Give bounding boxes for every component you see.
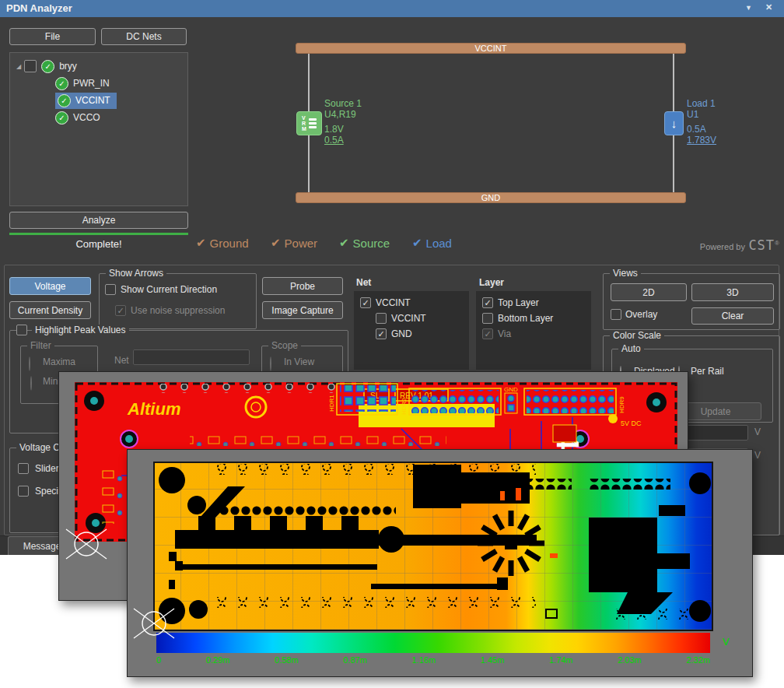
net-gnd-checkbox[interactable]: ✓ (376, 328, 387, 339)
dc-nets-button[interactable]: DC Nets (101, 28, 187, 45)
voltage-heatmap-image[interactable] (153, 462, 713, 631)
status-check-icon: ✓ (58, 94, 71, 107)
voltage-colorbar (156, 633, 710, 653)
specific-values-checkbox[interactable] (18, 486, 29, 497)
tree-row-pwrin[interactable]: ✓ PWR_IN (10, 75, 187, 92)
expander-icon[interactable]: ◢ (16, 63, 21, 70)
highlight-peak-checkbox[interactable] (16, 325, 27, 335)
maxima-radio (29, 356, 30, 371)
slider-checkbox[interactable] (18, 463, 29, 474)
load-voltage-link[interactable]: 1.783V (687, 135, 716, 146)
view-2d-button[interactable]: 2D (611, 283, 687, 301)
source-refdes: U4,R19 (324, 109, 362, 120)
clear-button[interactable]: Clear (691, 307, 774, 325)
top-layer-checkbox[interactable]: ✓ (482, 297, 493, 308)
net-list: ✓ VCCINT VCCINT ✓ GND (354, 291, 469, 370)
views-group: Views 2D 3D Overlay Clear (603, 273, 780, 330)
hdr2-label: HDR2 (401, 398, 408, 415)
probe-button[interactable]: Probe (262, 277, 343, 295)
highlight-net-field[interactable] (133, 349, 250, 365)
tree-item-label[interactable]: VCCINT (75, 95, 110, 106)
status-check-icon: ✓ (55, 111, 68, 125)
load-info: Load 1 U1 0.5A 1.783V (687, 98, 716, 146)
net-list-title: Net (356, 277, 371, 288)
show-current-direction-checkbox[interactable] (105, 284, 116, 295)
colorbar-labels: 0 0.29m 0.58m 0.87m 1.16m 1.45m 1.74m 2.… (156, 655, 710, 665)
scale-max-unit: V (754, 426, 761, 437)
load-icon[interactable]: ↓ (664, 111, 684, 135)
image-capture-button[interactable]: Image Capture (262, 301, 343, 319)
net-field-label: Net (114, 355, 129, 366)
via-checkbox: ✓ (482, 328, 493, 339)
selected-highlight: ✓ VCCINT (55, 93, 117, 109)
load-refdes: U1 (687, 109, 716, 120)
source-current-link[interactable]: 0.5A (324, 135, 362, 146)
layer-list-title: Layer (479, 277, 504, 288)
hdr1-label: HDR1 (328, 395, 335, 412)
overlay-checkbox[interactable] (611, 309, 621, 320)
scale-min-unit: V (754, 450, 761, 461)
check-icon: ✔ (412, 236, 422, 250)
analyze-button[interactable]: Analyze (9, 212, 188, 229)
current-density-mode-button[interactable]: Current Density (9, 301, 91, 319)
noise-suppression-checkbox: ✓ (115, 305, 126, 316)
load-name: Load 1 (687, 98, 716, 109)
vrm-source-icon[interactable]: VRM (296, 111, 322, 135)
probe-crosshair-icon (133, 602, 175, 644)
ground-rail-gnd[interactable]: GND (296, 192, 686, 203)
gnd-silk-label: GND (504, 386, 518, 393)
tree-row-vccint[interactable]: ✓ VCCINT (10, 92, 187, 109)
check-icon: ✔ (339, 236, 349, 250)
tree-row-root[interactable]: ◢ ✓ bryy (10, 58, 187, 75)
status-check-icon: ✓ (55, 77, 68, 90)
legend-load: ✔ Load (412, 236, 452, 250)
window-menu-icon[interactable]: ▼ (745, 4, 752, 12)
net-vccint-checkbox[interactable]: ✓ (360, 297, 371, 308)
layer-list: ✓ Top Layer Bottom Layer ✓ Via (476, 291, 591, 370)
bottom-layer-checkbox[interactable] (482, 313, 493, 324)
supply-label: 5V DC (621, 419, 642, 427)
powered-by: Powered by CST® (653, 237, 779, 253)
cst-logo: CST (748, 237, 775, 253)
tree-row-vcco[interactable]: ✓ VCCO (10, 109, 187, 126)
source-voltage: 1.8V (324, 124, 362, 135)
power-rail-vccint[interactable]: VCCINT (296, 43, 686, 54)
view-3d-button[interactable]: 3D (691, 283, 774, 301)
source-info: Source 1 U4,R19 1.8V 0.5A (324, 98, 362, 146)
progress-bar (9, 233, 188, 235)
legend-power: ✔ Power (271, 236, 317, 250)
analysis-status: Complete! (9, 238, 188, 250)
app-title: PDN Analyzer (6, 2, 72, 14)
status-check-icon: ✓ (41, 60, 54, 73)
hdr9-label: HDR9 (618, 396, 625, 413)
legend-source: ✔ Source (339, 236, 390, 250)
net-tree-panel: ◢ ✓ bryy ✓ PWR_IN ✓ VCCINT ✓ VCCO (9, 52, 188, 206)
voltage-heatmap-window[interactable]: V 0 0.29m 0.58m 0.87m 1.16m 1.45m 1.74m … (127, 449, 753, 677)
altium-logo-text: Altium (127, 399, 180, 419)
probe-crosshair-icon (65, 523, 107, 565)
show-arrows-group: Show Arrows Show Current Direction ✓ Use… (99, 273, 257, 329)
source-name: Source 1 (324, 98, 362, 109)
file-button[interactable]: File (9, 28, 96, 45)
tree-item-label[interactable]: PWR_IN (73, 78, 110, 89)
tree-root-label[interactable]: bryy (59, 61, 77, 72)
voltage-mode-button[interactable]: Voltage (9, 277, 91, 295)
arrow-down-icon: ↓ (671, 117, 677, 130)
minima-radio (30, 376, 32, 391)
colorbar-unit: V (723, 636, 730, 648)
check-icon: ✔ (196, 236, 206, 250)
root-checkbox[interactable] (24, 60, 37, 72)
close-icon[interactable]: ✕ (765, 2, 772, 12)
title-bar[interactable]: PDN Analyzer ▼ ✕ (0, 0, 784, 17)
legend-ground: ✔ Ground (196, 236, 249, 250)
in-view-radio (270, 356, 271, 371)
tree-item-label[interactable]: VCCO (73, 112, 100, 123)
check-icon: ✔ (271, 236, 281, 250)
net-vccint-child-checkbox[interactable] (376, 313, 387, 324)
load-current: 0.5A (687, 124, 716, 135)
